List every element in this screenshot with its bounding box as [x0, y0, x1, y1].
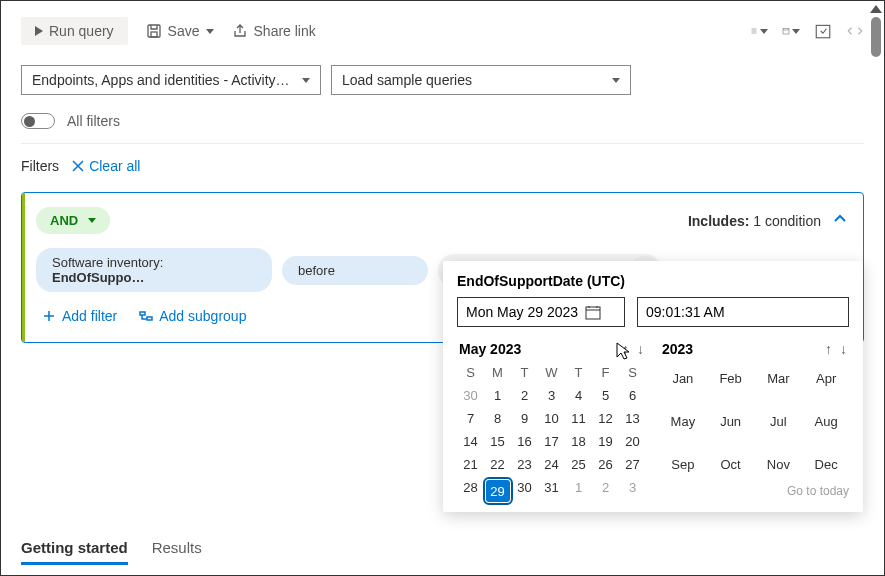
month-cell[interactable]: Dec: [805, 457, 847, 472]
prev-year-button[interactable]: ↑: [825, 341, 832, 357]
date-picker-popup: EndOfSupportDate (UTC) Mon May 29 2023 0…: [443, 261, 863, 512]
filter-field-text: Software inventory: EndOfSuppo…: [52, 255, 256, 285]
svg-rect-5: [147, 317, 152, 320]
chevron-down-icon: [206, 29, 214, 34]
mouse-cursor-icon: [615, 341, 631, 361]
chevron-down-icon: [612, 78, 620, 83]
svg-rect-1: [151, 32, 157, 37]
tab-getting-started[interactable]: Getting started: [21, 539, 128, 565]
add-subgroup-label: Add subgroup: [159, 308, 246, 324]
query-scope-label: Endpoints, Apps and identities - Activit…: [32, 72, 290, 88]
load-sample-dropdown[interactable]: Load sample queries: [331, 65, 631, 95]
calendar-day[interactable]: 26: [592, 457, 619, 472]
next-month-button[interactable]: ↓: [637, 341, 644, 357]
month-cell[interactable]: Nov: [758, 457, 800, 472]
filter-field-pill[interactable]: Software inventory: EndOfSuppo…: [36, 248, 272, 292]
day-of-week-header: T: [565, 365, 592, 380]
month-cell[interactable]: Jul: [758, 414, 800, 429]
svg-rect-6: [586, 307, 600, 319]
filter-operator-pill[interactable]: before: [282, 256, 428, 285]
share-link-button[interactable]: Share link: [232, 23, 316, 39]
calendar-day[interactable]: 2: [592, 480, 619, 502]
query-scope-dropdown[interactable]: Endpoints, Apps and identities - Activit…: [21, 65, 321, 95]
includes-label: Includes:: [688, 213, 749, 229]
day-of-week-header: S: [457, 365, 484, 380]
calendar-day[interactable]: 1: [565, 480, 592, 502]
calendar-day[interactable]: 31: [538, 480, 565, 502]
calendar-day[interactable]: 10: [538, 411, 565, 426]
list-view-icon[interactable]: [750, 23, 768, 39]
calendar-day[interactable]: 7: [457, 411, 484, 426]
add-filter-label: Add filter: [62, 308, 117, 324]
calendar-day[interactable]: 2: [511, 388, 538, 403]
clear-all-button[interactable]: Clear all: [71, 158, 140, 174]
calendar-day[interactable]: 21: [457, 457, 484, 472]
calendar-day[interactable]: 3: [619, 480, 646, 502]
group-accent-stripe: [22, 193, 25, 342]
calendar-day[interactable]: 29: [486, 480, 510, 502]
export-icon[interactable]: [814, 23, 832, 39]
share-label: Share link: [254, 23, 316, 39]
day-of-week-header: W: [538, 365, 565, 380]
add-filter-button[interactable]: Add filter: [42, 308, 117, 324]
all-filters-toggle[interactable]: [21, 113, 55, 129]
go-to-today-button[interactable]: Go to today: [660, 484, 849, 498]
tab-results[interactable]: Results: [152, 539, 202, 565]
month-cell[interactable]: Jun: [710, 414, 752, 429]
code-icon[interactable]: [846, 23, 864, 39]
calendar-day[interactable]: 22: [484, 457, 511, 472]
calendar-day[interactable]: 18: [565, 434, 592, 449]
calendar-day[interactable]: 30: [511, 480, 538, 502]
day-of-week-header: T: [511, 365, 538, 380]
calendar-day[interactable]: 14: [457, 434, 484, 449]
month-cell[interactable]: May: [662, 414, 704, 429]
calendar-day[interactable]: 27: [619, 457, 646, 472]
time-input[interactable]: 09:01:31 AM: [637, 297, 849, 327]
calendar-day[interactable]: 6: [619, 388, 646, 403]
svg-rect-3: [816, 25, 830, 37]
month-cell[interactable]: Apr: [805, 371, 847, 386]
calendar-day[interactable]: 3: [538, 388, 565, 403]
calendar-day[interactable]: 28: [457, 480, 484, 502]
next-year-button[interactable]: ↓: [840, 341, 847, 357]
calendar-day[interactable]: 19: [592, 434, 619, 449]
filters-heading: Filters: [21, 158, 59, 174]
month-cell[interactable]: Sep: [662, 457, 704, 472]
save-button[interactable]: Save: [146, 23, 214, 39]
calendar-day[interactable]: 30: [457, 388, 484, 403]
month-cell[interactable]: Mar: [758, 371, 800, 386]
month-cell[interactable]: Feb: [710, 371, 752, 386]
filter-operator-text: before: [298, 263, 335, 278]
calendar-range-icon[interactable]: [782, 23, 800, 39]
share-icon: [232, 23, 248, 39]
date-input[interactable]: Mon May 29 2023: [457, 297, 625, 327]
calendar-day[interactable]: 16: [511, 434, 538, 449]
subgroup-icon: [139, 309, 153, 323]
save-icon: [146, 23, 162, 39]
includes-count: 1 condition: [753, 213, 821, 229]
calendar-day[interactable]: 20: [619, 434, 646, 449]
calendar-year-label: 2023: [662, 341, 693, 357]
calendar-day[interactable]: 1: [484, 388, 511, 403]
calendar-day[interactable]: 4: [565, 388, 592, 403]
calendar-day[interactable]: 24: [538, 457, 565, 472]
calendar-day[interactable]: 25: [565, 457, 592, 472]
calendar-day[interactable]: 12: [592, 411, 619, 426]
month-cell[interactable]: Oct: [710, 457, 752, 472]
run-query-button[interactable]: Run query: [21, 17, 128, 45]
calendar-day[interactable]: 13: [619, 411, 646, 426]
month-cell[interactable]: Jan: [662, 371, 704, 386]
calendar-day[interactable]: 17: [538, 434, 565, 449]
add-subgroup-button[interactable]: Add subgroup: [139, 308, 246, 324]
calendar-day[interactable]: 11: [565, 411, 592, 426]
logic-operator-pill[interactable]: AND: [36, 207, 110, 234]
month-cell[interactable]: Aug: [805, 414, 847, 429]
chevron-down-icon: [88, 218, 96, 223]
calendar-day[interactable]: 15: [484, 434, 511, 449]
calendar-day[interactable]: 8: [484, 411, 511, 426]
calendar-day[interactable]: 23: [511, 457, 538, 472]
collapse-button[interactable]: [833, 212, 847, 229]
calendar-day[interactable]: 9: [511, 411, 538, 426]
calendar-day[interactable]: 5: [592, 388, 619, 403]
chevron-down-icon: [302, 78, 310, 83]
